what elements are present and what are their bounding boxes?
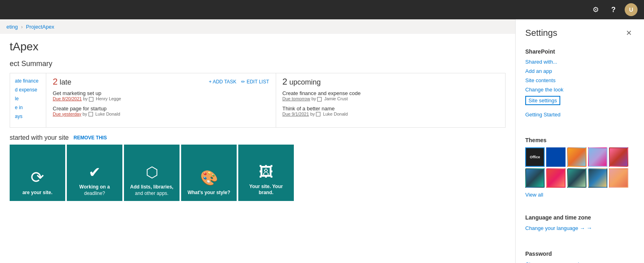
top-bar-icons: ⚙ ? U — [588, 2, 639, 18]
upcoming-task-name-2: Think of a better name — [283, 106, 499, 112]
late-task-row-1: Get marketing set up Due 8/20/2021 by He… — [53, 90, 269, 101]
tile-sublabel-2: deadline? — [84, 191, 105, 196]
checkbox-3[interactable] — [317, 97, 322, 101]
themes-section: Themes Office View all — [516, 132, 644, 203]
left-task-3[interactable]: le — [15, 96, 41, 101]
settings-panel: Settings ✕ SharePoint Shared with... Add… — [515, 19, 644, 263]
checkbox-2[interactable] — [89, 112, 93, 116]
edit-list-button[interactable]: ✏ EDIT LIST — [241, 79, 269, 85]
upcoming-task-row-2: Think of a better name Due 9/1/2021 by L… — [283, 106, 499, 117]
themes-grid: Office — [525, 147, 634, 188]
help-icon: ? — [611, 6, 616, 14]
tile-3[interactable]: ⬡ Add lists, libraries, and other apps. — [124, 145, 180, 201]
sharepoint-section-title: SharePoint — [525, 48, 634, 55]
theme-sunrise[interactable] — [567, 147, 586, 167]
upcoming-tasks-header: 2 upcoming — [283, 77, 499, 87]
getting-started-link[interactable]: Getting Started — [525, 112, 634, 118]
settings-icon-button[interactable]: ⚙ — [588, 2, 604, 18]
upcoming-task-due-2: Due 9/1/2021 by Luke Donald — [283, 112, 499, 117]
breadcrumb-item-1[interactable]: eting — [6, 24, 18, 30]
tile-1[interactable]: ⟳ are your site. — [10, 145, 65, 201]
tile-icon-2: ✔ — [89, 164, 101, 181]
language-section-title: Language and time zone — [525, 214, 634, 221]
tile-icon-4: 🎨 — [200, 170, 218, 186]
left-task-4[interactable]: e in — [15, 105, 41, 110]
left-task-2[interactable]: d expense — [15, 87, 41, 93]
late-task-due-2: Due yesterday by Luke Donald — [53, 112, 269, 117]
change-language-link[interactable]: Change your language → — [525, 225, 634, 231]
settings-close-button[interactable]: ✕ — [623, 27, 634, 39]
tiles-row: ⟳ are your site. ✔ Working on a deadline… — [10, 145, 506, 201]
tile-icon-5: 🖼 — [259, 164, 273, 180]
tile-label-1: are your site. — [23, 190, 53, 196]
upcoming-tasks-section: 2 upcoming Create finance and expense co… — [276, 73, 506, 127]
shared-with-link[interactable]: Shared with... — [525, 59, 634, 65]
upcoming-task-row-1: Create finance and expense code Due tomo… — [283, 90, 499, 101]
site-contents-link[interactable]: Site contents — [525, 77, 634, 83]
content-area: eting › ProjectApex tApex ect Summary at… — [0, 19, 515, 263]
task-area: ate finance d expense le e in ays 2 late — [10, 73, 506, 128]
theme-navy[interactable] — [588, 168, 607, 188]
change-the-look-link[interactable]: Change the look — [525, 87, 634, 93]
add-task-button[interactable]: + ADD TASK — [209, 79, 237, 85]
theme-pink[interactable] — [609, 147, 628, 167]
theme-teal[interactable] — [567, 168, 586, 188]
password-section-title: Password — [525, 251, 634, 257]
avatar: U — [625, 3, 638, 16]
getting-started-bar: started with your site REMOVE THIS — [10, 134, 506, 141]
theme-red[interactable] — [546, 168, 566, 188]
breadcrumb-item-2[interactable]: ProjectApex — [26, 24, 54, 30]
page-title: tApex — [10, 40, 506, 53]
breadcrumb: eting › ProjectApex — [0, 19, 515, 34]
language-section: Language and time zone Change your langu… — [516, 209, 644, 239]
help-icon-button[interactable]: ? — [605, 2, 621, 18]
tile-sublabel-3: and other apps. — [135, 191, 168, 196]
upcoming-count-title: 2 upcoming — [283, 77, 321, 87]
password-section: Password Change your password → — [516, 246, 644, 263]
tile-label-2: Working on a — [79, 184, 110, 191]
tile-4[interactable]: 🎨 What's your style? — [181, 145, 237, 201]
site-settings-link[interactable]: Site settings — [525, 96, 560, 105]
add-an-app-link[interactable]: Add an app — [525, 68, 634, 74]
page-content: tApex ect Summary ate finance d expense … — [0, 34, 515, 263]
themes-section-title: Themes — [525, 137, 634, 143]
task-list-left: ate finance d expense le e in ays — [10, 73, 46, 127]
late-task-due-1: Due 8/20/2021 by Henry Legge — [53, 96, 269, 101]
getting-started-title: started with your site — [10, 134, 69, 141]
late-task-name-2: Create page for startup — [53, 106, 269, 112]
left-task-1[interactable]: ate finance — [15, 78, 41, 84]
upcoming-task-due-1: Due tomorrow by Jamie Crust — [283, 96, 499, 101]
breadcrumb-separator: › — [21, 24, 23, 30]
theme-rose[interactable] — [609, 168, 628, 188]
theme-office[interactable]: Office — [525, 147, 545, 167]
checkbox-4[interactable] — [316, 112, 320, 116]
user-avatar-button[interactable]: U — [623, 2, 639, 18]
theme-ocean[interactable] — [525, 168, 545, 188]
late-tasks-section: 2 late + ADD TASK ✏ EDIT LIST Get market… — [46, 73, 276, 127]
view-all-themes-link[interactable]: View all — [525, 192, 543, 198]
change-password-link[interactable]: Change your password → — [525, 261, 634, 263]
sharepoint-section: SharePoint Shared with... Add an app Sit… — [516, 43, 644, 126]
gear-icon: ⚙ — [592, 5, 599, 14]
late-task-row-2: Create page for startup Due yesterday by… — [53, 106, 269, 117]
upcoming-task-name-1: Create finance and expense code — [283, 90, 499, 96]
late-tasks-header: 2 late + ADD TASK ✏ EDIT LIST — [53, 77, 269, 87]
tile-label-3: Add lists, libraries, — [130, 184, 173, 191]
settings-panel-title: Settings — [525, 28, 557, 38]
remove-this-button[interactable]: REMOVE THIS — [74, 135, 107, 141]
theme-light[interactable] — [588, 147, 607, 167]
top-bar: ⚙ ? U — [0, 0, 644, 19]
tile-2[interactable]: ✔ Working on a deadline? — [67, 145, 122, 201]
late-task-name-1: Get marketing set up — [53, 90, 269, 96]
left-task-5[interactable]: ays — [15, 114, 41, 119]
tile-5[interactable]: 🖼 Your site. Your brand. — [238, 145, 294, 201]
section-title: ect Summary — [10, 60, 506, 68]
checkbox-1[interactable] — [89, 97, 93, 101]
tile-label-4: What's your style? — [188, 190, 230, 196]
task-actions: + ADD TASK ✏ EDIT LIST — [209, 79, 269, 85]
settings-panel-header: Settings ✕ — [516, 19, 644, 43]
main-layout: eting › ProjectApex tApex ect Summary at… — [0, 19, 644, 263]
tile-label-5: Your site. Your brand. — [242, 184, 291, 196]
theme-blue[interactable] — [546, 147, 566, 167]
tile-icon-3: ⬡ — [146, 164, 158, 181]
